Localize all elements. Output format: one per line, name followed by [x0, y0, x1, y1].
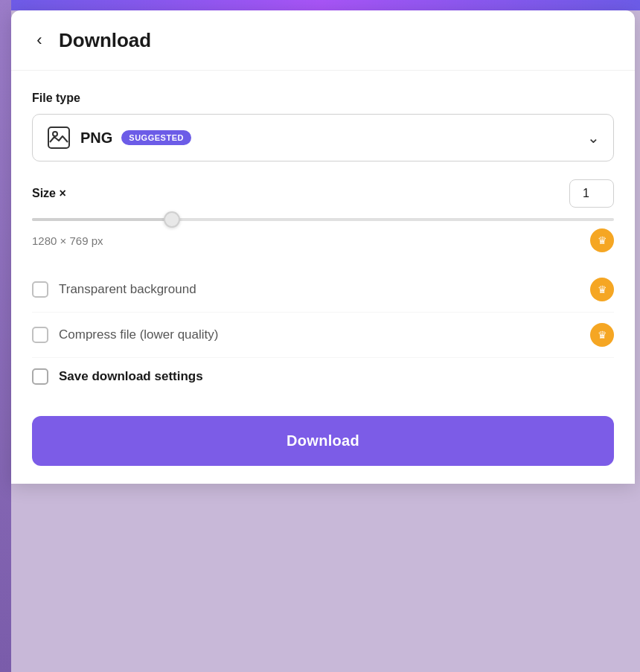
options-section: Transparent background ♛ Compress file (… — [32, 267, 614, 395]
file-type-label: File type — [32, 92, 614, 105]
size-label: Size × — [32, 187, 66, 200]
download-panel: ‹ Download File type PNG SUGGESTED ⌄ Siz… — [11, 10, 635, 484]
back-button[interactable]: ‹ — [26, 27, 53, 54]
crown-badge-compress: ♛ — [590, 323, 614, 347]
compress-file-label: Compress file (lower quality) — [59, 327, 590, 342]
compress-file-checkbox[interactable] — [32, 327, 48, 343]
chevron-down-icon: ⌄ — [587, 129, 600, 147]
slider-thumb[interactable] — [164, 211, 180, 228]
transparent-background-checkbox[interactable] — [32, 281, 48, 298]
crown-badge-transparent: ♛ — [590, 278, 614, 301]
slider-track — [32, 218, 614, 221]
crown-icon-size: ♛ — [598, 234, 607, 246]
file-type-name: PNG — [80, 129, 112, 147]
size-header: Size × — [32, 179, 614, 208]
panel-body: File type PNG SUGGESTED ⌄ Size × — [11, 71, 635, 484]
save-settings-label: Save download settings — [59, 369, 614, 384]
slider-fill — [32, 218, 172, 221]
size-dimensions-row: 1280 × 769 px ♛ — [32, 228, 614, 252]
file-type-select[interactable]: PNG SUGGESTED ⌄ — [32, 114, 614, 161]
dimensions-text: 1280 × 769 px — [32, 234, 103, 247]
file-type-icon — [46, 125, 71, 150]
panel-header: ‹ Download — [11, 10, 635, 71]
option-row-save-settings: Save download settings — [32, 358, 614, 395]
size-input[interactable] — [569, 179, 614, 208]
slider-container — [32, 218, 614, 221]
download-button[interactable]: Download — [32, 416, 614, 466]
crown-icon-compress: ♛ — [598, 329, 607, 341]
suggested-badge: SUGGESTED — [121, 130, 191, 145]
size-section: Size × 1280 × 769 px ♛ — [32, 179, 614, 252]
top-bar — [0, 0, 640, 10]
option-row-transparent: Transparent background ♛ — [32, 267, 614, 313]
svg-rect-0 — [48, 127, 69, 148]
save-settings-checkbox[interactable] — [32, 368, 48, 385]
transparent-background-label: Transparent background — [59, 282, 590, 297]
back-arrow-icon: ‹ — [36, 32, 42, 48]
svg-point-1 — [53, 132, 57, 136]
panel-title: Download — [59, 29, 151, 52]
crown-badge-size: ♛ — [590, 228, 614, 252]
crown-icon-transparent: ♛ — [598, 284, 607, 295]
bg-left-stripe — [0, 0, 11, 672]
option-row-compress: Compress file (lower quality) ♛ — [32, 313, 614, 358]
